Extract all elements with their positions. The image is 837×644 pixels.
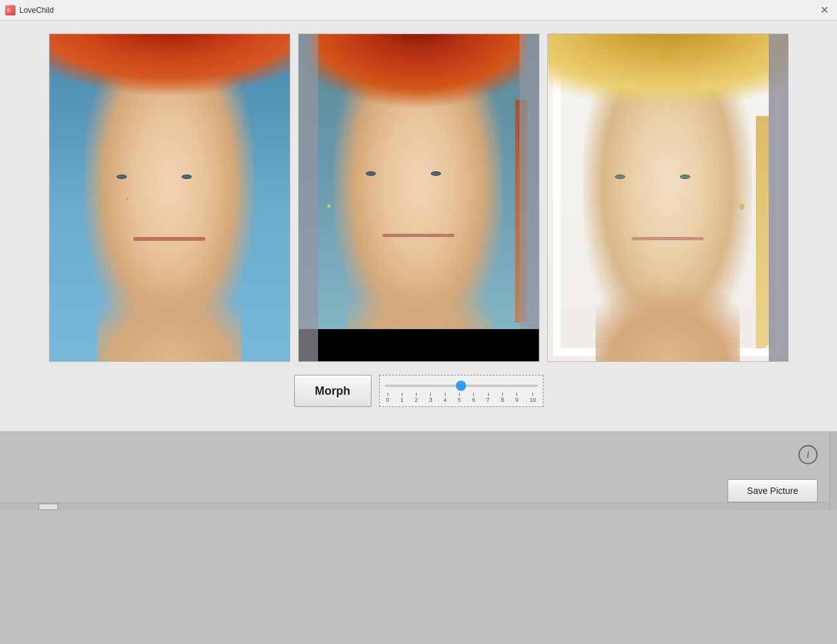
ponytail-right <box>756 116 769 348</box>
scrollbar-vertical[interactable] <box>829 432 837 510</box>
portrait-center <box>299 34 539 361</box>
morph-button[interactable]: Morph <box>294 375 371 407</box>
slider-container: 0 1 2 3 4 <box>379 375 543 407</box>
lips-center <box>382 234 455 237</box>
svg-point-1 <box>10 8 14 12</box>
ruler-mark-0: 0 <box>386 393 390 403</box>
freckle-1 <box>126 198 128 200</box>
neck-right <box>596 247 740 361</box>
controls-row: Morph 0 1 2 <box>294 375 543 407</box>
ruler-mark-3: 3 <box>429 393 432 403</box>
tick-4 <box>445 393 446 396</box>
ruler-mark-10: 10 <box>529 393 536 403</box>
gray-strip-right-full <box>769 34 788 361</box>
gray-strip-left <box>299 34 318 361</box>
bottom-bar: i Save Picture <box>0 431 837 644</box>
ruler-mark-6: 6 <box>472 393 475 403</box>
hair-center <box>310 34 527 191</box>
neck-left <box>97 247 241 361</box>
info-icon[interactable]: i <box>798 445 818 464</box>
window-title: LoveChild <box>19 6 816 15</box>
scrollbar-horizontal[interactable] <box>0 502 837 510</box>
black-bar <box>299 329 539 361</box>
main-content: Morph 0 1 2 <box>0 21 837 431</box>
ruler-mark-4: 4 <box>444 393 447 403</box>
tick-8 <box>502 393 503 396</box>
image-panel-left[interactable] <box>49 33 290 362</box>
app-window: LoveChild ✕ <box>0 0 837 644</box>
ruler-mark-8: 8 <box>501 393 504 403</box>
gray-strip-right <box>520 34 539 329</box>
ruler-mark-7: 7 <box>487 393 490 403</box>
app-icon <box>5 5 15 15</box>
ruler-mark-2: 2 <box>415 393 418 403</box>
close-button[interactable]: ✕ <box>816 3 832 18</box>
morph-slider[interactable] <box>385 384 538 387</box>
tick-10 <box>532 393 533 396</box>
tick-6 <box>473 393 474 396</box>
ruler-mark-5: 5 <box>458 393 461 403</box>
slider-track <box>385 379 538 392</box>
title-bar: LoveChild ✕ <box>0 0 837 21</box>
tick-7 <box>488 393 489 396</box>
scrollbar-thumb-h[interactable] <box>39 504 58 510</box>
ruler-mark-9: 9 <box>515 393 518 403</box>
lips-right <box>632 237 704 240</box>
hair-right <box>548 34 788 191</box>
hair-left <box>50 34 290 182</box>
portrait-right <box>548 34 788 361</box>
tick-3 <box>430 393 431 396</box>
tick-1 <box>402 393 402 396</box>
ruler-mark-1: 1 <box>400 393 404 403</box>
lips-left <box>133 237 205 241</box>
image-panel-center[interactable] <box>298 33 540 362</box>
save-picture-button[interactable]: Save Picture <box>728 479 818 502</box>
portrait-left <box>50 34 290 361</box>
tick-9 <box>516 393 517 396</box>
tick-5 <box>459 393 460 396</box>
tick-2 <box>416 393 417 396</box>
tick-0 <box>388 393 388 396</box>
ruler-marks: 0 1 2 3 4 <box>385 393 538 403</box>
images-row <box>13 33 824 362</box>
earring-center <box>327 204 331 208</box>
image-panel-right[interactable] <box>547 33 789 362</box>
